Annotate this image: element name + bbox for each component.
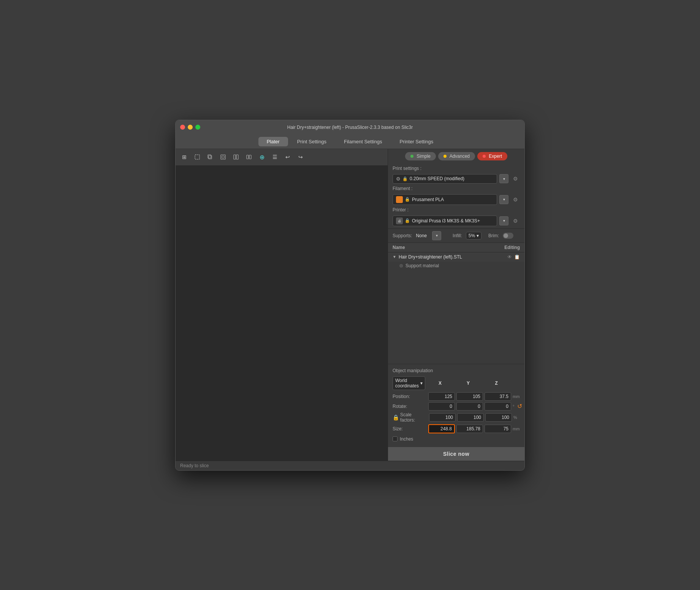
toolbar-merge-btn[interactable] [243, 151, 255, 163]
tab-bar: Plater Print Settings Filament Settings … [176, 135, 524, 149]
subitem-support[interactable]: ◎ Support material [388, 262, 524, 270]
status-text: Ready to slice [180, 463, 209, 468]
tab-filament-settings[interactable]: Filament Settings [336, 137, 390, 146]
size-y-input[interactable] [456, 425, 483, 433]
rotate-z-input[interactable] [485, 402, 511, 411]
toolbar-add-btn[interactable]: ⊞ [179, 151, 190, 163]
toolbar-zoom-btn[interactable]: ⊕ [256, 151, 268, 163]
tab-printer-settings[interactable]: Printer Settings [391, 137, 442, 146]
infill-select[interactable]: 5% ▾ [466, 232, 481, 239]
toolbar: ⊞ [176, 149, 388, 166]
infill-value: 5% [469, 233, 475, 238]
print-settings-dropdown[interactable]: ▾ [499, 174, 508, 183]
print-lock-icon: 🔒 [402, 176, 408, 181]
position-z-input[interactable] [485, 392, 511, 401]
position-x-input[interactable] [428, 392, 455, 401]
printer-icon: 🖨 [396, 217, 403, 224]
print-settings-label: Print settings : [393, 166, 520, 171]
world-coords-dropdown[interactable]: World coordinates ▾ [393, 376, 425, 390]
svg-rect-6 [236, 155, 238, 159]
simple-dot [410, 155, 413, 158]
maximize-button[interactable] [195, 125, 200, 130]
col-editing-header: Editing [489, 245, 520, 250]
toolbar-split-btn[interactable] [230, 151, 242, 163]
supports-label: Supports: [393, 233, 412, 238]
size-row: Size: mm [393, 424, 520, 433]
object-edit-icon[interactable]: 📋 [514, 254, 520, 260]
printer-gear[interactable]: ⚙ [511, 216, 520, 225]
position-label: Position: [393, 394, 427, 399]
inches-row: Inches [393, 435, 520, 443]
object-item-stl[interactable]: ▼ Hair Dry+straightener (left).STL 👁 📋 [388, 252, 524, 262]
object-item-arrow: ▼ [393, 255, 396, 259]
window-controls [180, 125, 200, 130]
svg-rect-2 [208, 155, 211, 158]
toolbar-redo-btn[interactable]: ↪ [295, 151, 306, 163]
printer-input[interactable]: 🖨 🔒 Original Prusa i3 MK3S & MK3S+ [393, 216, 497, 226]
brim-label: Brim: [488, 233, 499, 238]
main-content: ⊞ [176, 149, 524, 461]
filament-dropdown[interactable]: ▾ [499, 195, 508, 204]
supports-dropdown[interactable]: ▾ [432, 231, 441, 240]
inches-checkbox[interactable] [393, 436, 398, 441]
minimize-button[interactable] [188, 125, 193, 130]
size-z-input[interactable] [485, 425, 511, 433]
rotate-x-input[interactable] [428, 402, 455, 411]
filament-lock-icon: 🔒 [405, 197, 410, 202]
brim-toggle[interactable] [503, 233, 513, 239]
infill-dropdown-icon: ▾ [477, 233, 479, 238]
toolbar-layers-btn[interactable]: ☰ [269, 151, 280, 163]
tab-plater[interactable]: Plater [258, 137, 288, 146]
scale-unit: % [513, 415, 520, 420]
svg-rect-8 [249, 155, 251, 159]
rotate-unit: ° [513, 404, 514, 409]
right-panel: Simple Advanced Expert Print settings : … [388, 149, 524, 461]
size-x-input[interactable] [428, 424, 455, 433]
svg-rect-5 [234, 155, 236, 159]
printer-dropdown[interactable]: ▾ [499, 216, 508, 225]
title-bar: Hair Dry+straightener (left) - PrusaSlic… [176, 120, 524, 135]
filament-color-dot [396, 196, 403, 203]
print-settings-input[interactable]: ⚙ 🔒 0.20mm SPEED (modified) [393, 174, 497, 184]
supports-value: None [416, 233, 427, 238]
printer-row: 🖨 🔒 Original Prusa i3 MK3S & MK3S+ ▾ ⚙ [393, 216, 520, 226]
toolbar-copy2-btn[interactable] [217, 151, 229, 163]
z-header: Z [483, 381, 510, 386]
toolbar-undo-btn[interactable]: ↩ [282, 151, 293, 163]
infill-label: Infill: [453, 233, 462, 238]
svg-rect-1 [209, 155, 212, 159]
manipulation-title: Object manipulation [393, 368, 520, 373]
scale-lock-icon[interactable]: 🔒 [393, 414, 399, 420]
position-y-input[interactable] [456, 392, 483, 401]
scale-x-input[interactable] [429, 413, 456, 422]
scale-z-input[interactable] [485, 413, 512, 422]
object-list-header: Name Editing [388, 243, 524, 252]
col-name-header: Name [393, 245, 489, 250]
mode-advanced-btn[interactable]: Advanced [438, 152, 475, 160]
size-unit: mm [513, 427, 520, 431]
toolbar-copy-btn[interactable] [204, 151, 216, 163]
mode-simple-btn[interactable]: Simple [405, 152, 436, 160]
mode-expert-btn[interactable]: Expert [477, 152, 507, 160]
svg-rect-4 [222, 156, 224, 158]
tab-print-settings[interactable]: Print Settings [289, 137, 335, 146]
lock-row: 🔒 Scale factors: [393, 412, 428, 423]
object-item-name: Hair Dry+straightener (left).STL [399, 254, 505, 260]
print-settings-gear[interactable]: ⚙ [511, 174, 520, 183]
filament-label: Filament : [393, 186, 520, 191]
printer-value: Original Prusa i3 MK3S & MK3S+ [412, 218, 480, 224]
print-settings-row: ⚙ 🔒 0.20mm SPEED (modified) ▾ ⚙ [393, 174, 520, 184]
mode-selector: Simple Advanced Expert [388, 149, 524, 163]
toolbar-select-btn[interactable] [192, 151, 203, 163]
slice-button[interactable]: Slice now [388, 447, 524, 461]
print-profile-icon: ⚙ [396, 176, 401, 182]
filament-gear[interactable]: ⚙ [511, 195, 520, 204]
rotate-y-input[interactable] [456, 402, 483, 411]
print-settings-section: Print settings : ⚙ 🔒 0.20mm SPEED (modif… [388, 163, 524, 229]
rotate-reset-btn[interactable]: ↺ [516, 403, 524, 410]
scale-y-input[interactable] [457, 413, 484, 422]
close-button[interactable] [180, 125, 185, 130]
support-name: Support material [405, 263, 439, 268]
object-visibility-icon[interactable]: 👁 [507, 254, 512, 260]
filament-input[interactable]: 🔒 Prusament PLA [393, 194, 497, 205]
